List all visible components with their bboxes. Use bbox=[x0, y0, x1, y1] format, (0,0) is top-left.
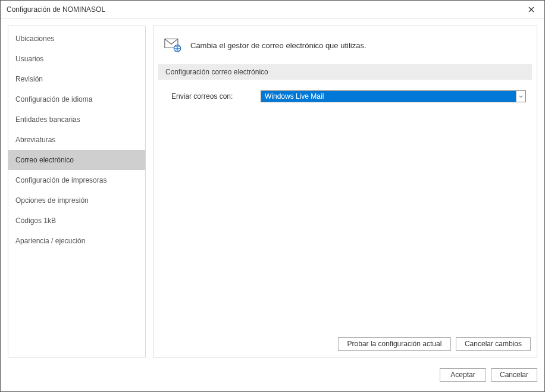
sidebar-item-apariencia[interactable]: Apariencia / ejecución bbox=[8, 231, 145, 251]
titlebar: Configuración de NOMINASOL bbox=[1, 1, 544, 18]
sidebar-item-entidades[interactable]: Entidades bancarias bbox=[8, 109, 145, 130]
window-title: Configuración de NOMINASOL bbox=[7, 5, 105, 14]
ok-button[interactable]: Aceptar bbox=[440, 368, 486, 382]
dialog-footer: Aceptar Cancelar bbox=[1, 365, 544, 385]
sidebar: Ubicaciones Usuarios Revisión Configurac… bbox=[8, 26, 146, 357]
sidebar-item-impresoras[interactable]: Configuración de impresoras bbox=[8, 170, 145, 190]
chevron-down-icon bbox=[519, 95, 523, 98]
sidebar-item-opciones-impresion[interactable]: Opciones de impresión bbox=[8, 190, 145, 211]
panel-footer: Probar la configuración actual Cancelar … bbox=[338, 337, 531, 351]
sidebar-item-codigos[interactable]: Códigos 1kB bbox=[8, 211, 145, 231]
cancel-button[interactable]: Cancelar bbox=[491, 368, 537, 382]
sidebar-item-abreviaturas[interactable]: Abreviaturas bbox=[8, 130, 145, 150]
sidebar-item-idioma[interactable]: Configuración de idioma bbox=[8, 89, 145, 109]
close-button[interactable] bbox=[518, 1, 544, 18]
close-icon bbox=[528, 7, 534, 12]
sidebar-item-correo[interactable]: Correo electrónico bbox=[8, 150, 145, 170]
test-config-button[interactable]: Probar la configuración actual bbox=[338, 337, 451, 351]
panel-header: Cambia el gestor de correo electrónico q… bbox=[154, 26, 537, 64]
send-with-combo[interactable]: Windows Live Mail bbox=[261, 90, 526, 102]
mail-globe-icon bbox=[164, 37, 182, 54]
form-row-send-with: Enviar correos con: Windows Live Mail bbox=[154, 80, 537, 102]
sidebar-item-revision[interactable]: Revisión bbox=[8, 69, 145, 89]
send-with-label: Enviar correos con: bbox=[171, 92, 249, 101]
sidebar-item-usuarios[interactable]: Usuarios bbox=[8, 49, 145, 69]
sidebar-item-ubicaciones[interactable]: Ubicaciones bbox=[8, 29, 145, 49]
panel-description: Cambia el gestor de correo electrónico q… bbox=[190, 41, 367, 50]
combo-selected-value: Windows Live Mail bbox=[261, 91, 516, 102]
content-area: Ubicaciones Usuarios Revisión Configurac… bbox=[1, 18, 544, 365]
combo-dropdown-button[interactable] bbox=[516, 91, 525, 102]
cancel-changes-button[interactable]: Cancelar cambios bbox=[456, 337, 531, 351]
main-panel: Cambia el gestor de correo electrónico q… bbox=[153, 26, 537, 357]
section-title: Configuración correo electrónico bbox=[158, 64, 532, 80]
